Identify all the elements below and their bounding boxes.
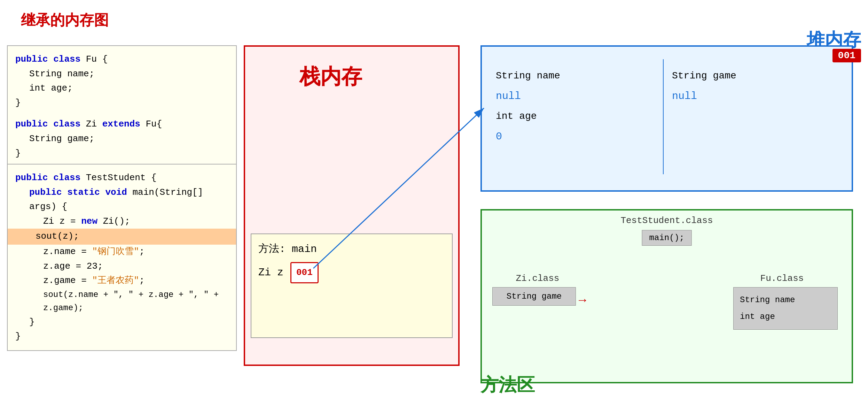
heap-field-name: String name — [496, 66, 655, 86]
stack-var: Zi z 001 — [258, 262, 445, 283]
code-line: } — [15, 329, 228, 344]
zi-game-field: String game — [492, 287, 576, 306]
fu-field-int-age: int age — [740, 308, 831, 325]
code-line: Zi z = new Zi(); — [15, 214, 228, 229]
code-line: z.game = "王者农药"; — [15, 274, 228, 288]
fu-fields-box: String name int age — [733, 287, 838, 330]
code-line: } — [15, 146, 228, 161]
method-area-box: TestStudent.class main(); Fu.class Zi.cl… — [480, 209, 853, 383]
fu-class-label: Fu.class — [726, 273, 838, 284]
heap-inner-grid: String name null int age 0 String game n… — [487, 59, 839, 174]
code-panel-fu-zi: public class Fu { String name; int age; … — [7, 45, 237, 168]
code-line: public static void main(String[] args) { — [15, 185, 228, 214]
code-line: } — [15, 96, 228, 110]
stack-method-label: 方法: main — [258, 240, 445, 259]
code-line: } — [15, 315, 228, 330]
zi-field-box: String game — [492, 287, 576, 306]
stack-label: 栈内存 — [299, 63, 362, 91]
heap-cell-right: String game null — [664, 59, 839, 174]
code-line: int age; — [15, 81, 228, 96]
ts-class-label: TestStudent.class — [482, 215, 852, 226]
code-line: z.name = "钢门吹雪"; — [15, 245, 228, 259]
heap-val-game: null — [672, 86, 831, 107]
code-line-highlighted: sout(z); — [8, 229, 236, 245]
code-line: String name; — [15, 67, 228, 82]
fu-name-age-fields: String name int age — [733, 287, 838, 330]
fu-field-string-name: String name — [740, 292, 831, 308]
zi-to-fu-arrow: → — [579, 293, 586, 308]
heap-val-age: 0 — [496, 126, 655, 147]
code-line: public class Zi extends Fu{ — [15, 117, 228, 132]
zi-class-label: Zi.class — [492, 273, 583, 284]
code-panel-teststudent: public class TestStudent { public static… — [7, 164, 237, 351]
heap-field-game: String game — [672, 66, 831, 86]
heap-cell-left: String name null int age 0 — [487, 59, 664, 174]
stack-method-area: 方法: main Zi z 001 — [251, 233, 453, 338]
heap-val-name: null — [496, 86, 655, 107]
ts-main-method-box: main(); — [641, 229, 693, 247]
stack-ref-badge: 001 — [290, 262, 319, 283]
code-line: public class TestStudent { — [15, 171, 228, 185]
method-area-label: 方法区 — [480, 373, 535, 397]
code-line: public class Fu { — [15, 52, 228, 67]
stack-var-label: Zi z — [258, 263, 283, 282]
code-line: sout(z.name + ", " + z.age + ", " + z.ga… — [15, 288, 228, 315]
heap-field-age: int age — [496, 107, 655, 126]
code-line: z.age = 23; — [15, 259, 228, 274]
code-line: String game; — [15, 132, 228, 146]
page-title: 继承的内存图 — [21, 10, 109, 30]
main-method: main(); — [642, 230, 692, 246]
